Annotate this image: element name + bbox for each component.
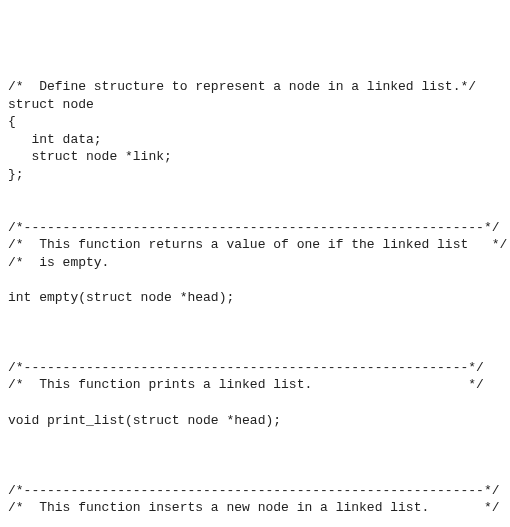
code-line: /*--------------------------------------… xyxy=(8,360,484,375)
code-line: void print_list(struct node *head); xyxy=(8,413,281,428)
code-line: }; xyxy=(8,167,24,182)
code-line: /* Define structure to represent a node … xyxy=(8,79,476,94)
code-line: /* is empty. xyxy=(8,255,109,270)
code-line: /* This function inserts a new node in a… xyxy=(8,500,499,515)
code-listing: /* Define structure to represent a node … xyxy=(8,78,502,527)
code-line: /* This function returns a value of one … xyxy=(8,237,507,252)
code-line: struct node *link; xyxy=(8,149,172,164)
code-line: struct node xyxy=(8,97,94,112)
code-line: int data; xyxy=(8,132,102,147)
code-line: /*--------------------------------------… xyxy=(8,220,499,235)
code-line: { xyxy=(8,114,16,129)
code-line: /* This function prints a linked list. *… xyxy=(8,377,484,392)
code-line: /*--------------------------------------… xyxy=(8,483,499,498)
code-line: int empty(struct node *head); xyxy=(8,290,234,305)
